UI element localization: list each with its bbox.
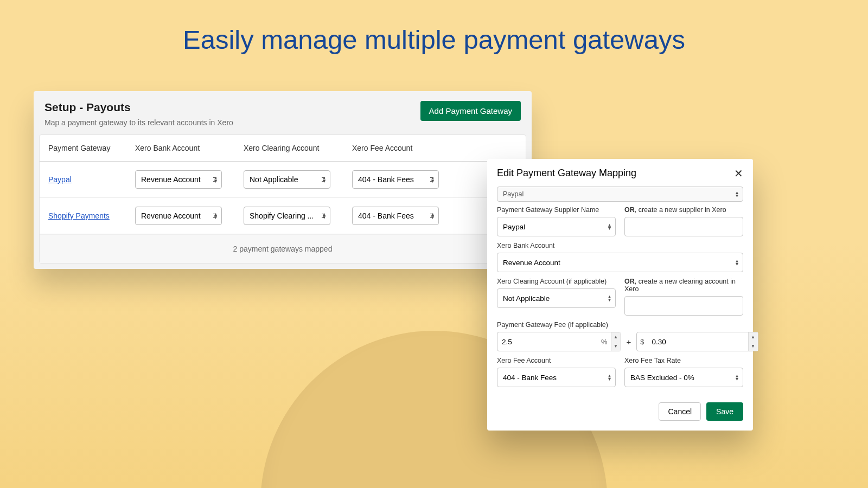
add-payment-gateway-button[interactable]: Add Payment Gateway — [420, 101, 521, 121]
gateways-table: Payment Gateway Xero Bank Account Xero C… — [39, 134, 526, 264]
panel-subtitle: Map a payment gateway to its relevant ac… — [44, 118, 233, 127]
gateway-link-paypal[interactable]: Paypal — [48, 175, 72, 184]
clearing-account-select[interactable]: Shopify Clearing ...▴▾ — [244, 207, 330, 225]
table-row: Paypal Revenue Account▴▾ Not Applicable▴… — [40, 162, 526, 198]
chevron-updown-icon: ▴▾ — [214, 176, 217, 183]
label-gateway-fee: Payment Gateway Fee (if applicable) — [497, 321, 743, 329]
new-supplier-input[interactable] — [624, 217, 743, 236]
supplier-name-select[interactable]: Paypal ▴▾ — [497, 217, 616, 236]
close-icon[interactable]: ✕ — [734, 168, 743, 179]
bank-account-select[interactable]: Revenue Account▴▾ — [135, 207, 222, 225]
chevron-updown-icon: ▴▾ — [608, 223, 611, 230]
col-xero-fee-account: Xero Fee Account — [352, 144, 461, 152]
chevron-updown-icon: ▴▾ — [431, 213, 434, 219]
chevron-updown-icon: ▴▾ — [214, 213, 217, 219]
gateway-select[interactable]: Paypal ▴▾ — [497, 187, 743, 202]
chevron-updown-icon: ▴▾ — [431, 176, 434, 183]
col-payment-gateway: Payment Gateway — [48, 144, 135, 152]
tax-rate-select[interactable]: BAS Excluded - 0% ▴▾ — [624, 368, 743, 387]
label-tax-rate: Xero Fee Tax Rate — [624, 357, 743, 364]
chevron-updown-icon: ▴▾ — [608, 374, 611, 381]
chevron-updown-icon: ▴▾ — [736, 191, 738, 197]
number-stepper[interactable]: ▲▼ — [748, 332, 758, 351]
label-fee-account: Xero Fee Account — [497, 357, 616, 364]
fee-account-select-modal[interactable]: 404 - Bank Fees ▴▾ — [497, 368, 616, 387]
chevron-updown-icon: ▴▾ — [736, 259, 738, 266]
modal-title: Edit Payment Gateway Mapping — [497, 168, 636, 179]
edit-gateway-mapping-modal: Edit Payment Gateway Mapping ✕ Paypal ▴▾… — [487, 159, 753, 431]
panel-title: Setup - Payouts — [44, 101, 233, 114]
label-supplier-name: Payment Gateway Supplier Name — [497, 206, 616, 214]
chevron-updown-icon: ▴▾ — [323, 213, 326, 219]
fee-flat-input[interactable]: $ ▲▼ — [636, 332, 758, 351]
label-or-new-supplier: OR, create a new supplier in Xero — [624, 206, 743, 214]
cancel-button[interactable]: Cancel — [659, 402, 701, 421]
new-clearing-input[interactable] — [624, 296, 743, 316]
plus-icon: + — [627, 337, 631, 346]
label-bank-account: Xero Bank Account — [497, 242, 743, 249]
clearing-account-select-modal[interactable]: Not Applicable ▴▾ — [497, 288, 616, 308]
fee-account-select[interactable]: 404 - Bank Fees▴▾ — [352, 170, 439, 189]
fee-account-select[interactable]: 404 - Bank Fees▴▾ — [352, 207, 439, 225]
hero-title: Easily manage multiple payment gateways — [0, 0, 868, 55]
save-button[interactable]: Save — [706, 402, 743, 421]
bank-account-select-modal[interactable]: Revenue Account ▴▾ — [497, 253, 743, 272]
currency-prefix: $ — [637, 338, 647, 346]
payouts-setup-panel: Setup - Payouts Map a payment gateway to… — [34, 91, 532, 269]
bank-account-select[interactable]: Revenue Account▴▾ — [135, 170, 222, 189]
label-or-new-clearing: OR, create a new clearing account in Xer… — [624, 278, 743, 293]
percent-suffix: % — [598, 338, 611, 346]
table-footer-text: 2 payment gateways mapped — [40, 234, 526, 263]
col-xero-clearing-account: Xero Clearing Account — [244, 144, 352, 152]
fee-percent-input[interactable]: % ▲▼ — [497, 332, 621, 351]
clearing-account-select[interactable]: Not Applicable▴▾ — [244, 170, 330, 189]
chevron-updown-icon: ▴▾ — [323, 176, 326, 183]
gateway-link-shopify[interactable]: Shopify Payments — [48, 211, 110, 220]
col-xero-bank-account: Xero Bank Account — [135, 144, 244, 152]
number-stepper[interactable]: ▲▼ — [611, 332, 621, 351]
table-row: Shopify Payments Revenue Account▴▾ Shopi… — [40, 198, 526, 234]
label-clearing-account: Xero Clearing Account (if applicable) — [497, 278, 616, 285]
chevron-updown-icon: ▴▾ — [608, 295, 611, 301]
chevron-updown-icon: ▴▾ — [736, 374, 738, 381]
